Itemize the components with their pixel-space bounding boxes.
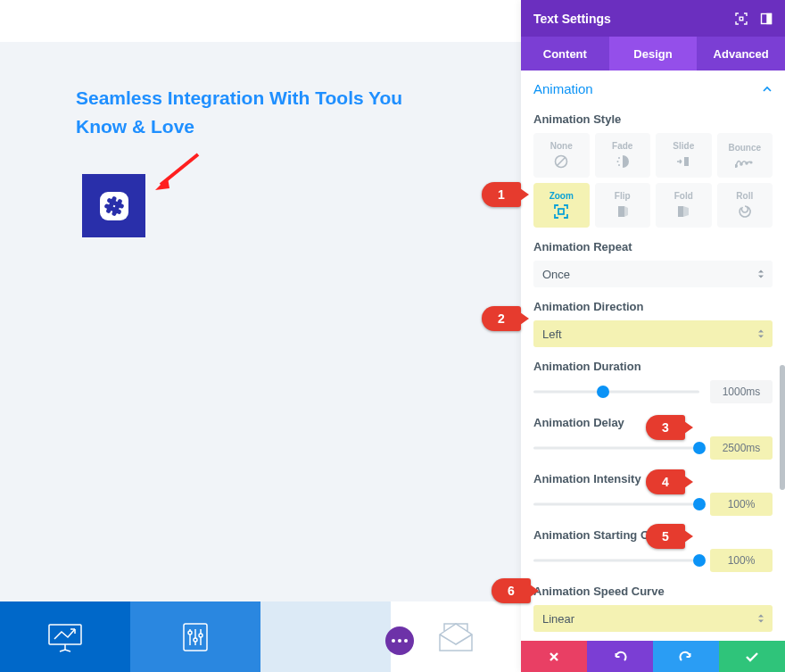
svg-line-19 — [558, 158, 566, 166]
roll-icon — [737, 203, 753, 220]
preview-canvas: Seamless Integration With Tools You Know… — [0, 42, 521, 601]
svg-marker-6 — [155, 178, 169, 190]
slide-icon — [675, 153, 691, 170]
select-repeat[interactable]: Once — [533, 261, 773, 287]
style-grid: None Fade Slide Bounce Zoom Flip — [533, 133, 773, 228]
save-button[interactable] — [719, 641, 785, 672]
tab-content[interactable]: Content — [521, 37, 609, 71]
select-curve-value: Linear — [542, 612, 574, 626]
presentation-icon — [45, 621, 85, 653]
callout-4: 4 — [646, 469, 685, 494]
svg-rect-0 — [100, 192, 128, 220]
slider-intensity[interactable]: 100% — [533, 493, 773, 516]
slider-delay[interactable]: 2500ms — [533, 436, 773, 460]
undo-button[interactable] — [587, 641, 653, 672]
undo-icon — [613, 651, 627, 663]
style-none[interactable]: None — [533, 133, 590, 178]
expand-panel-icon[interactable] — [735, 12, 748, 25]
svg-point-10 — [188, 631, 192, 635]
svg-point-24 — [735, 165, 737, 168]
cancel-button[interactable] — [521, 641, 587, 672]
svg-point-14 — [199, 634, 202, 637]
dock-panel-icon[interactable] — [760, 12, 773, 25]
callout-6: 6 — [492, 578, 531, 603]
select-curve[interactable]: Linear — [533, 605, 773, 632]
bounce-icon — [735, 155, 755, 168]
tab-advanced[interactable]: Advanced — [697, 37, 785, 71]
select-caret-icon — [756, 328, 765, 339]
fold-icon — [675, 203, 691, 220]
label-curve: Animation Speed Curve — [533, 585, 773, 598]
select-repeat-value: Once — [542, 268, 570, 281]
tab-design[interactable]: Design — [609, 37, 698, 71]
svg-point-25 — [740, 163, 742, 165]
footer-card-1[interactable] — [0, 601, 130, 672]
preview-headline: Seamless Integration With Tools You Know… — [76, 84, 442, 140]
footer-card-3[interactable] — [260, 601, 391, 672]
style-slide[interactable]: Slide — [656, 133, 712, 178]
redo-button[interactable] — [653, 641, 719, 672]
slider-duration[interactable]: 1000ms — [533, 380, 773, 403]
preview-footer-row — [0, 601, 521, 672]
settings-panel: Text Settings Content Design Advanced An… — [521, 0, 785, 672]
close-icon — [548, 651, 560, 663]
flip-icon — [615, 203, 631, 220]
duration-value[interactable]: 1000ms — [710, 380, 773, 403]
svg-rect-29 — [618, 206, 624, 217]
svg-point-12 — [194, 638, 197, 642]
label-repeat: Animation Repeat — [533, 240, 773, 253]
style-fade[interactable]: Fade — [595, 133, 651, 178]
svg-rect-23 — [684, 157, 689, 166]
select-caret-icon — [756, 613, 765, 624]
label-duration: Animation Duration — [533, 360, 773, 373]
panel-action-bar — [521, 641, 785, 672]
fab-more[interactable] — [385, 626, 414, 655]
style-zoom[interactable]: Zoom — [533, 183, 590, 228]
redo-icon — [679, 651, 693, 663]
check-icon — [745, 651, 759, 662]
sliders-icon — [178, 620, 212, 654]
callout-5: 5 — [646, 524, 685, 549]
svg-rect-28 — [558, 209, 564, 214]
svg-rect-15 — [740, 17, 743, 21]
svg-point-27 — [750, 162, 752, 163]
style-flip[interactable]: Flip — [595, 183, 651, 228]
panel-title: Text Settings — [533, 12, 735, 26]
label-direction: Animation Direction — [533, 300, 773, 313]
footer-card-2[interactable] — [130, 601, 260, 672]
select-direction[interactable]: Left — [533, 320, 773, 347]
svg-rect-30 — [678, 206, 683, 217]
slider-opacity[interactable]: 100% — [533, 549, 773, 572]
select-direction-value: Left — [542, 328, 562, 341]
delay-value[interactable]: 2500ms — [710, 436, 773, 460]
panel-body[interactable]: Animation Animation Style None Fade Slid… — [521, 71, 785, 641]
scrollbar-thumb[interactable] — [780, 365, 785, 490]
opacity-value[interactable]: 100% — [710, 549, 773, 572]
section-toggle-animation[interactable]: Animation — [533, 71, 773, 100]
svg-point-26 — [746, 162, 748, 164]
chevron-up-icon — [762, 84, 773, 95]
page-preview: Seamless Integration With Tools You Know… — [0, 0, 521, 672]
svg-point-20 — [618, 157, 620, 159]
callout-3: 3 — [646, 415, 685, 440]
style-fold[interactable]: Fold — [656, 183, 712, 228]
annotation-arrow — [152, 149, 205, 194]
settings-tabs: Content Design Advanced — [521, 37, 785, 71]
callout-1: 1 — [482, 182, 521, 207]
svg-point-22 — [618, 164, 620, 166]
intensity-value[interactable]: 100% — [710, 493, 773, 516]
section-title: Animation — [533, 81, 593, 96]
svg-point-21 — [616, 161, 618, 162]
select-caret-icon — [756, 269, 765, 279]
label-style: Animation Style — [533, 112, 773, 126]
envelope-icon — [437, 622, 475, 652]
preview-icon-tile[interactable] — [82, 174, 145, 237]
svg-rect-17 — [767, 13, 772, 23]
panel-header: Text Settings — [521, 0, 785, 37]
fade-icon — [615, 153, 631, 170]
style-bounce[interactable]: Bounce — [717, 133, 773, 178]
zoom-icon — [553, 203, 569, 220]
slack-icon — [97, 189, 131, 223]
callout-2: 2 — [482, 306, 521, 331]
style-roll[interactable]: Roll — [717, 183, 773, 228]
